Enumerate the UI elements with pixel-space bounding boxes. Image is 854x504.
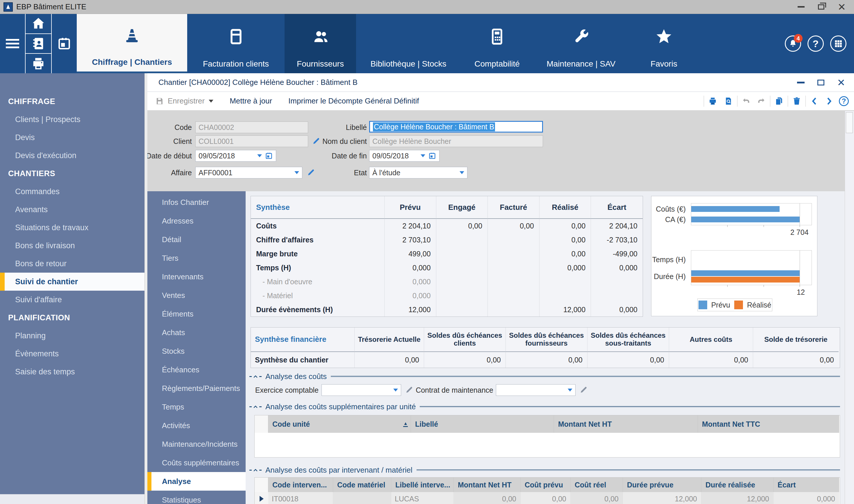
date-start-calendar-icon[interactable] (265, 152, 273, 160)
cell[interactable]: 0,00 (454, 492, 521, 504)
vtab-tiers[interactable]: Tiers (147, 249, 246, 267)
sidebar-item-devis[interactable]: Devis (0, 128, 144, 146)
contacts-button[interactable] (25, 34, 51, 54)
exercice-dropdown-icon[interactable] (393, 389, 398, 392)
calendar-button[interactable] (52, 14, 77, 73)
col-montant-ttc[interactable]: Montant Net TTC (698, 415, 839, 433)
vtab-statistiques[interactable]: Statistiques (147, 491, 246, 504)
scrollbar-thumb[interactable] (846, 112, 853, 133)
vtab-stocks[interactable]: Stocks (147, 342, 246, 360)
home-button[interactable] (25, 14, 51, 34)
contrat-maintenance-field[interactable] (496, 384, 576, 396)
col-ecart[interactable]: Écart (774, 478, 839, 492)
exercice-edit-pencil-icon[interactable] (405, 385, 414, 394)
vtab-temps[interactable]: Temps (147, 398, 246, 416)
date-end-dropdown-icon[interactable] (421, 154, 425, 157)
print-dgd-button[interactable]: Imprimer le Décompte Général Définitif (288, 96, 419, 106)
toolbar-help-button[interactable]: ? (839, 96, 849, 106)
print-preview-icon[interactable] (724, 96, 733, 106)
date-start-dropdown-icon[interactable] (257, 154, 262, 157)
hamburger-menu-button[interactable] (0, 14, 25, 73)
cell[interactable]: 12,000 (702, 492, 774, 504)
collapse-icon[interactable] (249, 467, 262, 473)
sidebar-item-suivi-de-chantier[interactable]: Suivi de chantier (0, 273, 144, 291)
tab-fournisseurs[interactable]: Fournisseurs (285, 14, 356, 73)
vtab-echeances[interactable]: Échéances (147, 360, 246, 379)
apps-grid-button[interactable] (830, 35, 847, 52)
content-scrollbar[interactable] (845, 111, 854, 504)
sidebar-item-situations-de-travaux[interactable]: Situations de travaux (0, 219, 144, 237)
table-row[interactable] (333, 492, 391, 504)
print-icon[interactable] (708, 96, 717, 106)
affaire-field[interactable]: AFF00001 (195, 167, 302, 178)
update-button[interactable]: Mettre à jour (230, 96, 272, 106)
date-start-field[interactable]: 09/05/2018 (195, 150, 276, 162)
sidebar-item-avenants[interactable]: Avenants (0, 201, 144, 219)
collapse-icon[interactable] (249, 404, 262, 410)
col-cout-prevu[interactable]: Coût prévu (521, 478, 570, 492)
contrat-dropdown-icon[interactable] (568, 389, 573, 392)
col-montant-ht[interactable]: Montant Net HT (554, 415, 698, 433)
vtab-reglements-paiements[interactable]: Règlements/Paiements (147, 379, 246, 398)
undo-icon[interactable] (742, 96, 751, 106)
col-code-intervenant[interactable]: Code interven... (268, 478, 333, 492)
cell[interactable]: 0,00 (521, 492, 570, 504)
sidebar-item-bons-de-retour[interactable]: Bons de retour (0, 255, 144, 273)
sidebar-item-evenements[interactable]: Évènements (0, 345, 144, 363)
window-minimize-icon[interactable] (798, 6, 804, 7)
vtab-elements[interactable]: Éléments (147, 305, 246, 323)
table-row[interactable]: IT00018 (268, 492, 333, 504)
col-montant-net-ht[interactable]: Montant Net HT (454, 478, 521, 492)
col-cout-reel[interactable]: Coût réel (570, 478, 623, 492)
vtab-achats[interactable]: Achats (147, 323, 246, 342)
cell[interactable]: 0,00 (570, 492, 623, 504)
doc-minimize-icon[interactable] (797, 82, 804, 84)
sidebar-item-clients-prospects[interactable]: Clients | Prospects (0, 110, 144, 128)
tab-favoris[interactable]: Favoris (629, 14, 699, 73)
vtab-intervenants[interactable]: Intervenants (147, 267, 246, 286)
cell[interactable]: 0,000 (774, 492, 839, 504)
window-close-icon[interactable]: ✕ (838, 2, 846, 12)
copy-icon[interactable] (774, 96, 784, 106)
save-button[interactable]: Enregistrer (168, 96, 205, 106)
next-record-icon[interactable] (824, 96, 834, 106)
etat-field[interactable]: À l'étude (369, 167, 467, 178)
col-code-unite[interactable]: Code unité▲ (268, 415, 411, 433)
help-button[interactable]: ? (807, 35, 824, 52)
contrat-edit-pencil-icon[interactable] (579, 385, 588, 394)
sidebar-item-suivi-affaire[interactable]: Suivi d'affaire (0, 291, 144, 309)
date-end-field[interactable]: 09/05/2018 (369, 150, 439, 162)
vtab-couts-supplementaires[interactable]: Coûts supplémentaires (147, 453, 246, 472)
col-libelle-intervenant[interactable]: Libellé interve... (391, 478, 454, 492)
vtab-maintenance-incidents[interactable]: Maintenance/Incidents (147, 435, 246, 453)
notifications-button[interactable]: 4 (785, 35, 801, 52)
exercice-comptable-field[interactable] (322, 384, 401, 396)
vtab-infos-chantier[interactable]: Infos Chantier (147, 193, 246, 212)
previous-record-icon[interactable] (810, 96, 819, 106)
affaire-dropdown-icon[interactable] (294, 171, 299, 174)
date-end-calendar-icon[interactable] (428, 152, 436, 160)
vtab-activites[interactable]: Activités (147, 416, 246, 435)
save-dropdown-icon[interactable] (209, 100, 213, 103)
sidebar-item-saisie-des-temps[interactable]: Saisie des temps (0, 363, 144, 381)
tab-comptabilite[interactable]: Comptabilité (461, 14, 533, 73)
col-duree-realisee[interactable]: Durée réalisée (702, 478, 774, 492)
doc-close-icon[interactable]: ✕ (837, 78, 846, 87)
current-row-marker[interactable] (255, 492, 268, 504)
sidebar-item-devis-execution[interactable]: Devis d'exécution (0, 146, 144, 164)
redo-icon[interactable] (757, 96, 766, 106)
collapse-icon[interactable] (249, 374, 262, 380)
vtab-detail[interactable]: Détail (147, 230, 246, 249)
sidebar-item-commandes[interactable]: Commandes (0, 182, 144, 201)
cell[interactable]: 12,000 (623, 492, 702, 504)
delete-icon[interactable] (792, 96, 801, 106)
sidebar-scrollbar[interactable] (144, 73, 147, 504)
col-duree-prevue[interactable]: Durée prévue (623, 478, 702, 492)
libelle-field[interactable]: Collège Hélène Boucher : Bâtiment B (369, 121, 543, 132)
doc-maximize-icon[interactable] (817, 79, 824, 86)
window-restore-icon[interactable] (818, 4, 824, 10)
col-libelle[interactable]: Libellé (411, 415, 554, 433)
sidebar-item-bons-de-livraison[interactable]: Bons de livraison (0, 237, 144, 255)
tab-bibliotheque-stocks[interactable]: Bibliothèque | Stocks (356, 14, 461, 73)
tab-facturation-clients[interactable]: Facturation clients (187, 14, 285, 73)
